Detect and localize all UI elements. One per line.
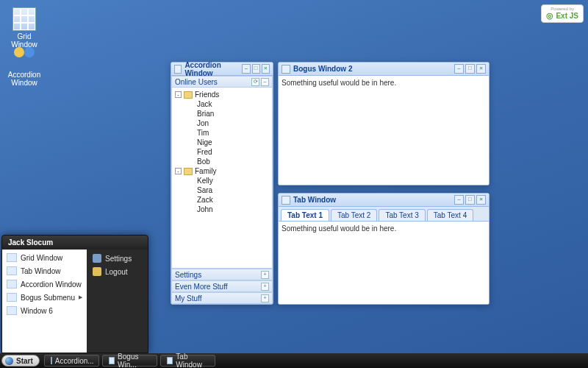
app-icon (7, 266, 17, 275)
minimize-button[interactable]: – (242, 64, 250, 74)
accordion-window[interactable]: Accordion Window – □ × Online Users ⟳ – … (171, 62, 273, 305)
window-title: Accordion Window (184, 61, 240, 77)
tree-leaf[interactable]: Fred (172, 147, 272, 157)
window-body: Something useful would be in here. (279, 76, 489, 185)
task-icon (109, 357, 115, 364)
task-icon (167, 357, 173, 364)
collapse-toggle-icon[interactable]: - (175, 91, 182, 98)
body-text: Something useful would be in here. (282, 224, 396, 233)
bogus-window-2[interactable]: Bogus Window 2 – □ × Something useful wo… (278, 62, 490, 185)
refresh-icon[interactable]: ⟳ (251, 78, 259, 86)
accordion-header-my-stuff[interactable]: My Stuff+ (171, 292, 273, 304)
expand-icon[interactable]: + (261, 271, 269, 279)
tree-leaf[interactable]: Jon (172, 118, 272, 128)
start-menu-tools: Settings Logout (87, 250, 148, 353)
body-text: Something useful would be in here. (282, 79, 396, 87)
expand-icon[interactable]: + (261, 283, 269, 291)
tree-leaf[interactable]: John (172, 205, 272, 214)
start-button[interactable]: Start (1, 355, 40, 367)
tab-body: Something useful would be in here. (279, 222, 489, 304)
tree-leaf[interactable]: Bob (172, 157, 272, 166)
start-item-accordion-window[interactable]: Accordion Window (2, 277, 87, 291)
task-button-bogus[interactable]: Bogus Win... (102, 355, 157, 367)
start-tool-logout[interactable]: Logout (87, 265, 148, 278)
submenu-arrow-icon: ▶ (79, 294, 82, 300)
window-titlebar[interactable]: Tab Window – □ × (279, 194, 489, 207)
tree-leaf[interactable]: Sara (172, 185, 272, 195)
tree-node-friends[interactable]: - Friends (172, 90, 272, 99)
logout-icon (93, 267, 101, 276)
collapse-toggle-icon[interactable]: - (175, 168, 182, 174)
desktop-icon-label: Accordion Window (6, 71, 43, 87)
minimize-button[interactable]: – (454, 195, 464, 205)
desktop-icon-accordion-window[interactable]: Accordion Window (6, 46, 43, 87)
tab-1[interactable]: Tab Text 1 (281, 209, 329, 221)
start-item-bogus-submenu[interactable]: Bogus Submenu▶ (2, 291, 87, 304)
tree-leaf[interactable]: Brian (172, 109, 272, 118)
tab-window[interactable]: Tab Window – □ × Tab Text 1 Tab Text 2 T… (278, 193, 490, 305)
app-icon (7, 280, 17, 289)
window-icon (282, 196, 290, 205)
taskbar: Start Accordion... Bogus Win... Tab Wind… (0, 353, 588, 368)
start-item-grid-window[interactable]: Grid Window (2, 251, 87, 264)
window-titlebar[interactable]: Bogus Window 2 – □ × (279, 63, 489, 76)
tab-strip: Tab Text 1 Tab Text 2 Tab Text 3 Tab Tex… (279, 207, 489, 222)
maximize-button[interactable]: □ (465, 195, 475, 205)
minimize-button[interactable]: – (454, 64, 464, 74)
start-item-tab-window[interactable]: Tab Window (2, 264, 87, 277)
tab-2[interactable]: Tab Text 2 (331, 209, 377, 221)
window-title: Tab Window (293, 196, 336, 204)
close-button[interactable]: × (476, 195, 486, 205)
extjs-badge: Powered by ◎ Ext JS (541, 4, 584, 23)
tree-leaf[interactable]: Kelly (172, 176, 272, 185)
accordion-body-online-users: - Friends Jack Brian Jon Tim Nige Fred B… (171, 88, 273, 269)
app-icon (7, 293, 17, 302)
folder-icon (184, 168, 193, 175)
window-icon (174, 65, 182, 74)
desktop-icon-grid-window[interactable]: Grid Window (6, 7, 43, 49)
accordion-header-even-more[interactable]: Even More Stuff+ (171, 280, 273, 292)
people-icon (12, 46, 36, 69)
tree-leaf[interactable]: Tim (172, 128, 272, 138)
tree-leaf[interactable]: Nige (172, 138, 272, 147)
app-icon (7, 306, 17, 315)
maximize-button[interactable]: □ (252, 64, 260, 74)
tree-leaf[interactable]: Zack (172, 195, 272, 205)
window-icon (282, 65, 290, 74)
start-orb-icon (5, 357, 13, 365)
tab-4[interactable]: Tab Text 4 (427, 209, 473, 221)
window-titlebar[interactable]: Accordion Window – □ × (171, 63, 273, 76)
accordion-header-online-users[interactable]: Online Users ⟳ – (171, 76, 273, 88)
accordion-header-settings[interactable]: Settings+ (171, 269, 273, 280)
tree-node-family[interactable]: - Family (172, 166, 272, 176)
start-menu-apps: Grid Window Tab Window Accordion Window … (2, 250, 87, 353)
start-menu: Jack Slocum Grid Window Tab Window Accor… (1, 235, 148, 353)
grid-icon (12, 7, 36, 31)
maximize-button[interactable]: □ (465, 64, 475, 74)
task-button-accordion[interactable]: Accordion... (44, 355, 99, 367)
settings-icon (93, 254, 101, 263)
expand-icon[interactable]: + (261, 294, 269, 302)
folder-icon (184, 91, 193, 99)
window-title: Bogus Window 2 (293, 65, 352, 73)
tab-3[interactable]: Tab Text 3 (379, 209, 425, 221)
collapse-icon[interactable]: – (261, 78, 269, 86)
task-icon (51, 357, 52, 364)
start-menu-user: Jack Slocum (2, 236, 148, 250)
close-button[interactable]: × (476, 64, 486, 74)
start-item-window-6[interactable]: Window 6 (2, 304, 87, 317)
task-button-tab-window[interactable]: Tab Window (160, 355, 215, 367)
window-body: Online Users ⟳ – - Friends Jack Brian Jo… (171, 76, 273, 304)
start-tool-settings[interactable]: Settings (87, 252, 148, 265)
close-button[interactable]: × (262, 64, 270, 74)
app-icon (7, 253, 17, 262)
tree-leaf[interactable]: Jack (172, 99, 272, 109)
